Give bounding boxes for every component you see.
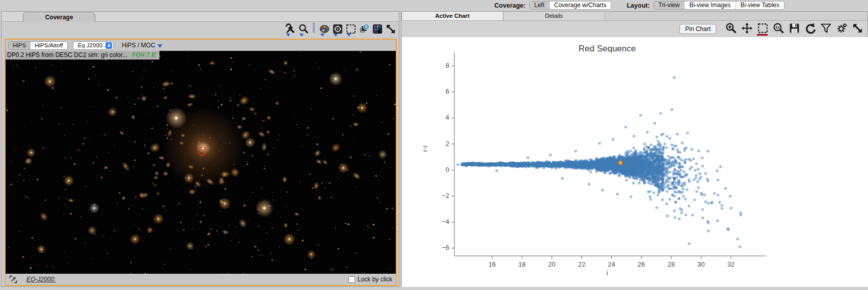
coverage-panel: Coverage bbox=[1, 11, 399, 287]
chevron-down-icon bbox=[300, 34, 304, 37]
magnifier-icon bbox=[298, 23, 309, 35]
coverage-mode-label: Coverage: bbox=[495, 2, 526, 9]
filter-icon bbox=[820, 22, 832, 34]
layout-tri-view-button[interactable]: Tri-view bbox=[654, 2, 685, 9]
expand-icon bbox=[852, 22, 863, 34]
hips-controls-row: HiPS HiPS/Aitoff Eq J2000 HiPS / MOC bbox=[6, 40, 396, 51]
toolbar-separator bbox=[313, 22, 315, 33]
coverage-left-button[interactable]: Left bbox=[530, 2, 549, 9]
coverage-with-charts-button[interactable]: Coverage w/Charts bbox=[549, 2, 611, 9]
palette-icon bbox=[319, 23, 330, 35]
save-icon bbox=[789, 22, 800, 34]
chart-pan-button[interactable] bbox=[741, 22, 753, 36]
chevron-down-icon bbox=[347, 34, 351, 37]
coord-system-value: Eq J2000 bbox=[78, 42, 103, 48]
hips-button[interactable]: HiPS bbox=[9, 42, 30, 49]
zoom-original-label: 1x bbox=[775, 25, 779, 30]
hips-viewer: HiPS HiPS/Aitoff Eq J2000 HiPS / MOC DP0… bbox=[5, 39, 397, 286]
tools-icon bbox=[285, 23, 296, 35]
pan-icon bbox=[741, 22, 753, 34]
chevron-down-icon bbox=[320, 34, 324, 37]
pin-chart-button[interactable]: Pin Chart bbox=[680, 24, 716, 34]
lock-by-click-checkbox[interactable] bbox=[348, 276, 355, 283]
sky-image-area: DP0.2 HiPS from DESC DC2 sim: gri color.… bbox=[6, 51, 396, 274]
recenter-dropdown-button[interactable] bbox=[332, 23, 343, 37]
chart-tab-strip: Active Chart Details bbox=[401, 12, 867, 21]
chart-panel: Active Chart Details Pin Chart bbox=[401, 11, 868, 287]
lock-by-click-label: Lock by click bbox=[358, 276, 392, 283]
sky-canvas[interactable] bbox=[6, 51, 396, 274]
tab-details[interactable]: Details bbox=[503, 12, 605, 20]
top-mode-bar: Coverage: Left Coverage w/Charts Layout:… bbox=[0, 0, 868, 11]
chart-settings-button[interactable] bbox=[835, 22, 848, 36]
coord-readout-label[interactable]: EQ-J2000: bbox=[26, 276, 56, 283]
layers-button[interactable]: 5 bbox=[358, 23, 370, 37]
chart-filter-button[interactable] bbox=[820, 22, 832, 36]
catalog-lock-icon bbox=[372, 23, 383, 35]
hips-source-text: DP0.2 HiPS from DESC DC2 sim: gri color.… bbox=[7, 51, 127, 59]
viewer-bottom-bar: EQ-J2000: Lock by click bbox=[6, 274, 396, 285]
chart-x-axis-label: i bbox=[454, 269, 760, 277]
color-dropdown-button[interactable] bbox=[318, 23, 330, 37]
chart-zoom-original-button[interactable]: 1x bbox=[772, 22, 784, 36]
hips-moc-dropdown[interactable]: HiPS / MOC bbox=[122, 42, 162, 49]
select-stepper-icon bbox=[105, 42, 112, 49]
coverage-tab-strip: Coverage bbox=[2, 12, 399, 22]
chart-plot-canvas[interactable] bbox=[402, 37, 868, 276]
catalog-lock-button[interactable] bbox=[371, 23, 383, 37]
tab-active-chart[interactable]: Active Chart bbox=[401, 12, 503, 20]
projection-toggle: HiPS HiPS/Aitoff bbox=[8, 41, 68, 50]
select-area-icon bbox=[345, 23, 357, 35]
chevron-down-icon bbox=[334, 34, 338, 37]
hips-aitoff-button[interactable]: HiPS/Aitoff bbox=[30, 42, 67, 49]
coverage-mode-group: Coverage: Left Coverage w/Charts bbox=[495, 1, 612, 10]
expand-icon bbox=[385, 23, 396, 35]
gear-icon bbox=[836, 22, 848, 34]
chart-save-button[interactable] bbox=[788, 22, 800, 36]
fov-readout: FOV:7.8' bbox=[132, 51, 156, 59]
image-toolbar: 5 bbox=[2, 22, 399, 38]
active-tool-indicator bbox=[757, 34, 768, 36]
layout-mode-group: Layout: Tri-view Bi-view Images Bi-view … bbox=[627, 1, 784, 10]
layout-bi-view-tables-button[interactable]: Bi-view Tables bbox=[736, 2, 784, 9]
chart-area: Red Sequence i r-i bbox=[402, 37, 868, 287]
hips-moc-label: HiPS / MOC bbox=[122, 42, 155, 49]
popout-icon[interactable] bbox=[9, 275, 17, 283]
layout-bi-view-images-button[interactable]: Bi-view Images bbox=[684, 2, 735, 9]
select-area-dropdown-button[interactable] bbox=[345, 23, 357, 37]
tools-dropdown-button[interactable] bbox=[284, 23, 296, 37]
select-area-icon bbox=[757, 22, 769, 34]
layout-mode-label: Layout: bbox=[627, 2, 649, 9]
app-window: { "topbar": { "coverage_label": "Coverag… bbox=[0, 0, 868, 290]
chart-undo-button[interactable] bbox=[804, 22, 816, 36]
coord-system-select[interactable]: Eq J2000 bbox=[73, 41, 114, 50]
expand-button[interactable] bbox=[385, 23, 396, 37]
hips-status-bar: DP0.2 HiPS from DESC DC2 sim: gri color.… bbox=[6, 51, 159, 60]
recenter-icon bbox=[332, 23, 343, 35]
chart-expand-button[interactable] bbox=[851, 22, 863, 36]
zoom-original-icon: 1x bbox=[773, 22, 784, 34]
undo-icon bbox=[804, 22, 816, 34]
chart-y-axis-label: r-i bbox=[421, 141, 429, 157]
layers-icon: 5 bbox=[358, 23, 370, 35]
chart-zoom-in-button[interactable] bbox=[725, 22, 737, 36]
chevron-down-icon bbox=[157, 44, 162, 48]
chevron-down-icon bbox=[286, 34, 290, 37]
zoom-dropdown-button[interactable] bbox=[297, 23, 309, 37]
layers-count-badge: 5 bbox=[365, 24, 368, 29]
chart-toolbar: Pin Chart 1x bbox=[401, 21, 867, 37]
tab-coverage[interactable]: Coverage bbox=[23, 12, 95, 22]
chart-select-button[interactable] bbox=[756, 22, 769, 36]
zoom-in-icon bbox=[725, 22, 737, 34]
